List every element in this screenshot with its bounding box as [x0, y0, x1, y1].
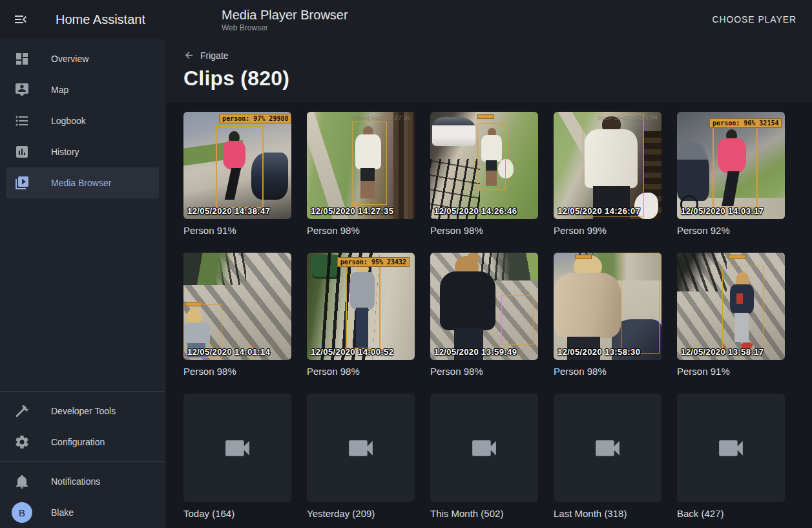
- clip-card[interactable]: person: 97% 29988 12/05/2020 14:38:47 Pe…: [183, 112, 291, 237]
- sidebar-item-configuration[interactable]: Configuration: [6, 427, 159, 458]
- back-arrow-icon: [183, 50, 194, 61]
- sidebar-item-label: History: [51, 147, 79, 157]
- detection-label: [185, 302, 202, 306]
- clip-thumbnail: person: 96% 32154 12/05/2020 14:03:17: [677, 112, 785, 219]
- clip-caption: Person 98%: [183, 365, 291, 378]
- folder-card[interactable]: Yesterday (209): [307, 394, 415, 520]
- clip-timestamp: 12/05/2020 14:26:46: [434, 206, 517, 216]
- app-bar: Home Assistant Media Player Browser Web …: [0, 0, 812, 39]
- sidebar-item-logbook[interactable]: Logbook: [6, 105, 159, 136]
- clip-caption: Person 98%: [307, 224, 415, 237]
- sidebar-divider: [0, 461, 165, 462]
- clip-card[interactable]: person: 96% 32154 12/05/2020 14:03:17 Pe…: [677, 112, 785, 237]
- sidebar-item-media-browser[interactable]: Media Browser: [6, 167, 159, 198]
- video-camera-icon: [222, 432, 253, 464]
- clip-thumbnail: 12/05/2020 14:01:14: [183, 253, 291, 360]
- clip-card[interactable]: person: 95% 23432 12/05/2020 14:00:52 Pe…: [307, 253, 415, 378]
- detection-bbox: [477, 123, 505, 190]
- sidebar-item-history[interactable]: History: [6, 136, 159, 167]
- clip-caption: Person 91%: [183, 224, 291, 237]
- folder-label: Back (427): [677, 507, 785, 520]
- clip-card[interactable]: 12/05/2020 13:58:17 Person 91%: [677, 253, 785, 378]
- detection-bbox: [216, 126, 263, 209]
- clip-caption: Person 98%: [430, 224, 538, 237]
- sidebar: Overview Map Logbook History Media Brows…: [0, 39, 165, 528]
- detection-bbox: [352, 121, 386, 205]
- breadcrumb[interactable]: Frigate: [183, 50, 229, 61]
- clip-timestamp: 12/05/2020 13:58:17: [681, 347, 764, 357]
- clip-timestamp: 12/05/2020 14:01:14: [187, 347, 270, 357]
- video-camera-icon: [345, 432, 377, 464]
- sidebar-item-notifications[interactable]: Notifications: [6, 466, 159, 497]
- folder-card[interactable]: Back (427): [677, 394, 785, 520]
- sidebar-item-user[interactable]: B Blake: [6, 497, 159, 528]
- detection-label: person: 97% 29988: [219, 114, 291, 123]
- chart-box-icon: [14, 144, 30, 160]
- clip-card[interactable]: 2020-12-05 15:26:08 12/05/2020 14:26:07 …: [554, 112, 661, 237]
- camera-osd: 2020-12-05 15:26:08: [598, 114, 658, 121]
- detection-bbox: [501, 295, 534, 344]
- sidebar-spacer: [0, 198, 165, 387]
- dashboard-icon: [14, 51, 30, 67]
- detection-bbox: [346, 261, 380, 349]
- clip-caption: Person 92%: [677, 224, 785, 237]
- folder-label: Yesterday (209): [307, 507, 415, 520]
- detection-label: [477, 114, 494, 119]
- clip-caption: Person 91%: [677, 365, 785, 378]
- sidebar-item-label: Configuration: [51, 437, 105, 447]
- clip-card[interactable]: 2020-12-05 16:27:35 12/05/2020 14:27:35 …: [307, 112, 415, 237]
- bell-icon: [14, 474, 30, 489]
- avatar: B: [12, 502, 32, 523]
- clip-timestamp: 12/05/2020 14:27:35: [311, 206, 393, 216]
- clip-caption: Person 98%: [430, 365, 538, 378]
- clip-card[interactable]: 12/05/2020 13:58:30 Person 98%: [554, 253, 661, 378]
- clip-caption: Person 99%: [554, 224, 661, 237]
- clip-timestamp: 12/05/2020 14:00:52: [311, 347, 393, 357]
- tooltip-account-icon: [14, 82, 30, 98]
- choose-player-button[interactable]: CHOOSE PLAYER: [707, 9, 802, 30]
- detection-label: person: 95% 23432: [337, 257, 410, 267]
- sidebar-item-map[interactable]: Map: [6, 74, 159, 105]
- app-title: Home Assistant: [56, 12, 145, 27]
- clip-caption: Person 98%: [554, 365, 661, 378]
- breadcrumb-label: Frigate: [200, 50, 229, 61]
- folder-card[interactable]: Last Month (318): [554, 394, 661, 520]
- folder-card[interactable]: Today (164): [183, 394, 291, 520]
- sidebar-item-developer-tools[interactable]: Developer Tools: [6, 396, 159, 427]
- clip-timestamp: 12/05/2020 13:59:49: [434, 347, 517, 357]
- clip-thumbnail: 12/05/2020 13:58:30: [554, 253, 661, 360]
- content-header: Frigate Clips (820): [166, 39, 812, 103]
- video-camera-icon: [592, 432, 623, 464]
- folder-label: Today (164): [183, 507, 291, 520]
- video-camera-icon: [715, 432, 747, 464]
- video-camera-icon: [468, 432, 500, 464]
- sidebar-item-overview[interactable]: Overview: [6, 43, 159, 74]
- panel-subtitle: Web Browser: [222, 23, 348, 32]
- clip-card[interactable]: 12/05/2020 14:01:14 Person 98%: [183, 253, 291, 378]
- hammer-icon: [14, 403, 30, 419]
- detection-label: person: 96% 32154: [709, 118, 782, 128]
- detection-bbox: [621, 253, 660, 354]
- detection-bbox: [583, 114, 644, 216]
- clip-thumbnail: 12/05/2020 13:59:49: [430, 253, 538, 360]
- clip-card[interactable]: 12/05/2020 14:26:46 Person 98%: [430, 112, 538, 237]
- page-title: Clips (820): [183, 67, 795, 90]
- camera-osd: 2020-12-05 16:27:35: [351, 114, 411, 121]
- panel-title: Media Player Browser: [222, 7, 348, 23]
- sidebar-divider: [0, 391, 165, 392]
- clip-thumbnail: 12/05/2020 14:26:46: [430, 112, 538, 219]
- clip-card[interactable]: 12/05/2020 13:59:49 Person 98%: [430, 253, 538, 378]
- clip-timestamp: 12/05/2020 14:26:07: [557, 206, 640, 216]
- panel-header: Media Player Browser Web Browser: [222, 7, 348, 32]
- sidebar-header: Home Assistant: [0, 12, 165, 27]
- list-bulleted-icon: [14, 113, 30, 129]
- clip-thumbnail: person: 95% 23432 12/05/2020 14:00:52: [307, 253, 415, 360]
- sidebar-item-label: Logbook: [51, 116, 86, 126]
- clip-thumbnail: 12/05/2020 13:58:17: [677, 253, 785, 360]
- sidebar-item-label: Map: [51, 85, 68, 95]
- detection-label: [729, 255, 745, 259]
- sidebar-item-label: Media Browser: [51, 178, 111, 188]
- folder-card[interactable]: This Month (502): [430, 394, 538, 520]
- menu-open-icon[interactable]: [13, 12, 28, 27]
- sidebar-item-label: Notifications: [51, 476, 100, 487]
